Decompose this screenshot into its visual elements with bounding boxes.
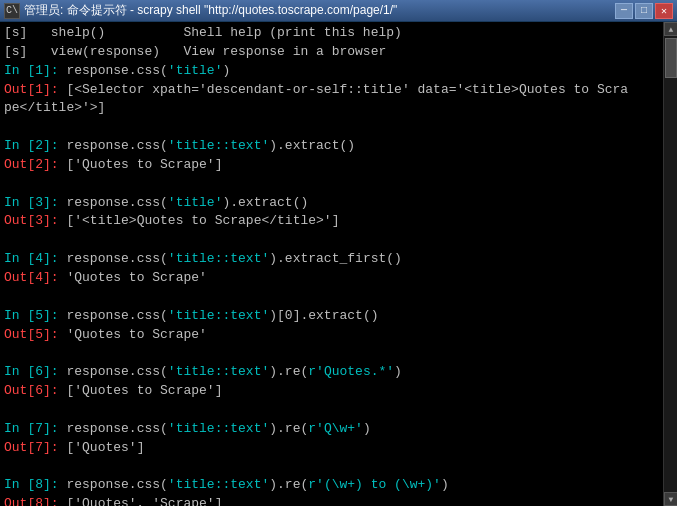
minimize-button[interactable]: ─ [615,3,633,19]
terminal-text: ).extract_first() [269,251,402,266]
terminal-text: Out[8]: [4,496,66,506]
terminal-text: [<Selector xpath='descendant-or-self::ti… [66,82,628,97]
terminal-text: ['Quotes to Scrape'] [66,157,222,172]
terminal-line: Out[4]: 'Quotes to Scrape' [4,269,659,288]
terminal-text: Out[3]: [4,213,66,228]
terminal-line: In [4]: response.css('title::text').extr… [4,250,659,269]
terminal-text: ).extract() [222,195,308,210]
terminal-text: In [7]: [4,421,66,436]
terminal-text: response.css( [66,364,167,379]
terminal-text: ['Quotes'] [66,440,144,455]
terminal-text: r'Q\w+' [308,421,363,436]
terminal-line [4,401,659,420]
terminal-text: 'title::text' [168,421,269,436]
terminal-line [4,457,659,476]
terminal-text: r'Quotes.*' [308,364,394,379]
terminal-line: Out[8]: ['Quotes', 'Scrape'] [4,495,659,506]
app-icon: C\ [4,3,20,19]
terminal-line: In [6]: response.css('title::text').re(r… [4,363,659,382]
terminal-text: Out[5]: [4,327,66,342]
terminal-text: In [5]: [4,308,66,323]
terminal-line: Out[5]: 'Quotes to Scrape' [4,326,659,345]
terminal-text: response.css( [66,251,167,266]
terminal-text: In [8]: [4,477,66,492]
maximize-button[interactable]: □ [635,3,653,19]
scrollbar[interactable]: ▲ ▼ [663,22,677,506]
title-buttons: ─ □ ✕ [615,3,673,19]
terminal-line: In [3]: response.css('title').extract() [4,194,659,213]
terminal-line [4,175,659,194]
terminal-text: response.css( [66,477,167,492]
terminal-text: In [1]: [4,63,66,78]
terminal-text: In [2]: [4,138,66,153]
terminal-line: In [8]: response.css('title::text').re(r… [4,476,659,495]
terminal-text: [s] view(response) View response in a br… [4,44,386,59]
terminal-text: Out[2]: [4,157,66,172]
terminal-text: Out[6]: [4,383,66,398]
terminal-text: ['<title>Quotes to Scrape</title>'] [66,213,339,228]
terminal-text: In [4]: [4,251,66,266]
terminal-text: response.css( [66,138,167,153]
terminal-text: response.css( [66,308,167,323]
terminal-text: )[0].extract() [269,308,378,323]
terminal-text: In [6]: [4,364,66,379]
window-title: 管理员: 命令提示符 - scrapy shell "http://quotes… [24,2,397,19]
terminal-text: 'title::text' [168,308,269,323]
terminal-text: ).re( [269,477,308,492]
scrollbar-thumb[interactable] [665,38,677,78]
terminal-line: In [1]: response.css('title') [4,62,659,81]
terminal-text: ).extract() [269,138,355,153]
terminal-text: ['Quotes to Scrape'] [66,383,222,398]
terminal-line [4,344,659,363]
terminal-line: In [7]: response.css('title::text').re(r… [4,420,659,439]
terminal-line: In [5]: response.css('title::text')[0].e… [4,307,659,326]
terminal-text: ['Quotes', 'Scrape'] [66,496,222,506]
terminal-line [4,231,659,250]
terminal-line: [s] view(response) View response in a br… [4,43,659,62]
terminal-text: Out[7]: [4,440,66,455]
terminal-text: 'title::text' [168,477,269,492]
terminal-text: Out[4]: [4,270,66,285]
terminal-line [4,118,659,137]
terminal-text: 'Quotes to Scrape' [66,327,206,342]
terminal-text: response.css( [66,195,167,210]
terminal-text: Out[1]: [4,82,66,97]
terminal-line [4,288,659,307]
terminal-text: ).re( [269,364,308,379]
terminal-line: Out[3]: ['<title>Quotes to Scrape</title… [4,212,659,231]
terminal-line: [s] shelp() Shell help (print this help) [4,24,659,43]
terminal-text: [s] shelp() Shell help (print this help) [4,25,402,40]
terminal-text: In [3]: [4,195,66,210]
terminal-text: ) [222,63,230,78]
terminal-text: 'title::text' [168,138,269,153]
scroll-down-arrow[interactable]: ▼ [664,492,677,506]
terminal-line: Out[1]: [<Selector xpath='descendant-or-… [4,81,659,100]
terminal-line: pe</title>'>] [4,99,659,118]
terminal-text: ) [363,421,371,436]
terminal-text: response.css( [66,63,167,78]
terminal-text: r'(\w+) to (\w+)' [308,477,441,492]
terminal-text: 'title' [168,195,223,210]
terminal-text: pe</title>'>] [4,100,105,115]
terminal-text: response.css( [66,421,167,436]
close-button[interactable]: ✕ [655,3,673,19]
terminal-line: Out[6]: ['Quotes to Scrape'] [4,382,659,401]
terminal-line: Out[2]: ['Quotes to Scrape'] [4,156,659,175]
terminal-line: Out[7]: ['Quotes'] [4,439,659,458]
window: C\ 管理员: 命令提示符 - scrapy shell "http://quo… [0,0,677,506]
terminal-text: ) [394,364,402,379]
scroll-up-arrow[interactable]: ▲ [664,22,677,36]
terminal-text: 'Quotes to Scrape' [66,270,206,285]
scrollbar-track[interactable] [664,36,677,492]
terminal-text: ) [441,477,449,492]
terminal-line: In [2]: response.css('title::text').extr… [4,137,659,156]
terminal: [s] shelp() Shell help (print this help)… [0,22,677,506]
terminal-content[interactable]: [s] shelp() Shell help (print this help)… [0,22,663,506]
title-bar: C\ 管理员: 命令提示符 - scrapy shell "http://quo… [0,0,677,22]
terminal-text: 'title' [168,63,223,78]
terminal-text: ).re( [269,421,308,436]
terminal-text: 'title::text' [168,251,269,266]
title-bar-left: C\ 管理员: 命令提示符 - scrapy shell "http://quo… [4,2,397,19]
terminal-text: 'title::text' [168,364,269,379]
